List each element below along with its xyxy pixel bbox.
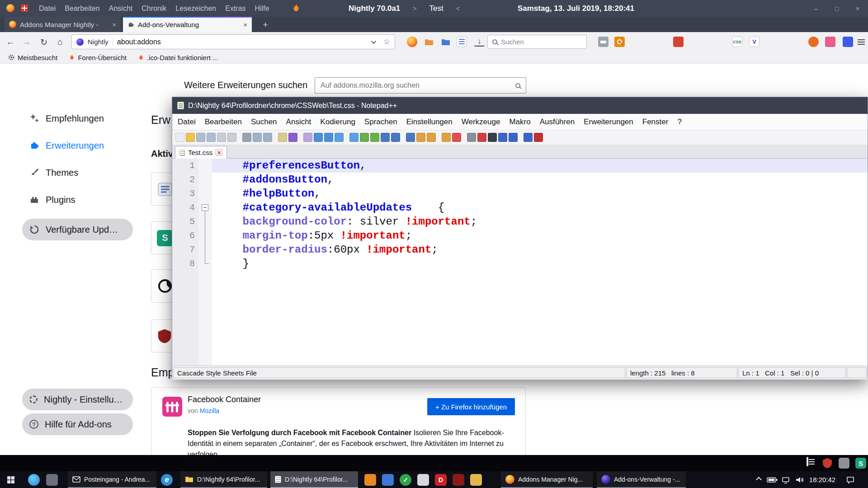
url-text[interactable]: about:addons: [117, 38, 367, 46]
network-icon[interactable]: [779, 471, 792, 488]
taskbar-blue-app-icon[interactable]: [382, 474, 394, 486]
action-center-icon[interactable]: [844, 471, 857, 488]
npp-editor[interactable]: 12345678 #preferencesButton, #addonsButt…: [172, 159, 868, 366]
notepadpp-window[interactable]: D:\Nightly 64\Profilordner\chrome\CSSWeb…: [172, 97, 868, 379]
bookmark-item[interactable]: Meistbesucht: [8, 54, 57, 61]
pdf-icon[interactable]: [452, 133, 461, 142]
flame-addon-icon[interactable]: [292, 4, 300, 13]
menu-chronik[interactable]: Chronik: [137, 5, 171, 13]
url-bar[interactable]: Nightly about:addons ☆: [71, 34, 395, 49]
print-icon[interactable]: [242, 133, 251, 142]
sidebar-item-plugins[interactable]: Plugins: [22, 189, 133, 211]
taskbar-button-firefox[interactable]: Addons Manager Nig...: [501, 471, 593, 488]
menu-lesezeichen[interactable]: Lesezeichen: [171, 5, 221, 13]
replace-icon[interactable]: [324, 133, 333, 142]
battery-icon[interactable]: [766, 471, 778, 488]
taskbar-button-explorer[interactable]: D:\Nightly 64\Profilor...: [180, 471, 267, 488]
tab-addons-verwaltung[interactable]: Add-ons-Verwaltung ×: [123, 17, 252, 32]
orange-addon-icon[interactable]: [808, 37, 819, 47]
tray-chevron-up-icon[interactable]: [753, 471, 764, 488]
find-icon[interactable]: [314, 133, 323, 142]
pink-brush-addon-icon[interactable]: [825, 37, 835, 47]
run-multi-icon[interactable]: [509, 133, 518, 142]
monitor-icon[interactable]: [467, 133, 476, 142]
reload-button[interactable]: ↻: [38, 36, 50, 48]
sidebar-item-verfuegbare-updates[interactable]: Verfügbare Upd…: [22, 219, 133, 240]
edge-icon[interactable]: e: [161, 474, 173, 486]
taskbar-d-app-icon[interactable]: D: [435, 474, 447, 486]
bookmark-item[interactable]: .ico-Datei funktioniert ...: [138, 54, 218, 61]
taskbar-button-mail[interactable]: Posteingang - Andrea...: [68, 471, 156, 488]
function-list-icon[interactable]: [427, 133, 436, 142]
hamburger-menu-icon[interactable]: [855, 36, 867, 48]
stop-macro-icon[interactable]: [488, 133, 497, 142]
save-all-icon[interactable]: [207, 133, 216, 142]
amo-search-input[interactable]: [321, 81, 512, 89]
sidebar-item-themes[interactable]: Themes: [22, 162, 133, 183]
back-button[interactable]: ←: [5, 36, 16, 48]
red-brush-addon-icon[interactable]: [673, 37, 684, 47]
paste-icon[interactable]: [278, 133, 287, 142]
sidebar-item-erweiterungen[interactable]: Erweiterungen: [22, 135, 133, 156]
taskbar-button-nightly[interactable]: Add-ons-Verwaltung -...: [597, 471, 686, 488]
sidebar-item-hilfe[interactable]: ? Hilfe für Add-ons: [22, 413, 133, 435]
npp-tab-close-icon[interactable]: ×: [216, 149, 222, 156]
urlbar-dropdown-icon[interactable]: [371, 38, 376, 43]
amo-search-box[interactable]: [315, 77, 526, 94]
npp-menu-fenster[interactable]: Fenster: [638, 117, 673, 127]
firefox-account-icon[interactable]: [407, 37, 417, 47]
spellcheck-abc-icon[interactable]: [534, 133, 543, 142]
sidebar-item-empfehlungen[interactable]: Empfehlungen: [22, 108, 133, 129]
zoom-out-icon[interactable]: [349, 133, 359, 142]
fold-collapse-icon[interactable]: [202, 204, 208, 211]
toolbar-search[interactable]: [487, 35, 587, 49]
npp-menu-werkzeuge[interactable]: Werkzeuge: [457, 117, 505, 127]
undo-icon[interactable]: [288, 133, 297, 142]
play-macro-icon[interactable]: [498, 133, 507, 142]
author-link[interactable]: Mozilla: [199, 407, 219, 414]
code-lines[interactable]: #preferencesButton, #addonsButton, #help…: [212, 159, 868, 366]
tab-close-icon[interactable]: ×: [243, 21, 247, 28]
npp-menu-ansicht[interactable]: Ansicht: [282, 117, 316, 127]
taskbar-darkred-app-icon[interactable]: [453, 474, 464, 486]
v-addon-icon[interactable]: V: [749, 37, 760, 47]
notepadpp-titlebar[interactable]: D:\Nightly 64\Profilordner\chrome\CSSWeb…: [172, 97, 868, 114]
volume-icon[interactable]: [793, 471, 806, 488]
orange-folder-icon[interactable]: [424, 37, 434, 47]
menu-ansicht[interactable]: Ansicht: [104, 5, 137, 13]
tab-addons-manager[interactable]: Addons Manager Nightly - ×: [5, 17, 121, 32]
search-input[interactable]: [501, 38, 582, 46]
close-button[interactable]: ×: [847, 0, 868, 17]
npp-menu-datei[interactable]: Datei: [173, 117, 200, 127]
close-all-icon[interactable]: [227, 133, 236, 142]
save-macro-icon[interactable]: [524, 133, 533, 142]
maximize-button[interactable]: □: [826, 0, 847, 17]
cut-icon[interactable]: [253, 133, 262, 142]
npp-menu-kodierung[interactable]: Kodierung: [316, 117, 360, 127]
indent-guide-icon[interactable]: [406, 133, 415, 142]
minimize-button[interactable]: –: [806, 0, 826, 17]
npp-tab-testcss[interactable]: Test.css ×: [175, 146, 227, 159]
open-file-icon[interactable]: [186, 133, 195, 142]
add-to-firefox-button[interactable]: + Zu Firefox hinzufügen: [427, 398, 515, 415]
npp-menu-einstellungen[interactable]: Einstellungen: [402, 117, 457, 127]
tab-close-icon[interactable]: ×: [112, 21, 116, 28]
table-addon-icon[interactable]: [21, 5, 28, 12]
printer-icon[interactable]: [598, 37, 609, 47]
bookmark-item[interactable]: Foren-Übersicht: [69, 54, 127, 61]
bookmark-star-icon[interactable]: ☆: [383, 37, 390, 47]
addon-title[interactable]: Facebook Container: [188, 395, 261, 404]
library-list-icon[interactable]: [457, 37, 467, 47]
start-button[interactable]: [0, 471, 22, 488]
sidebar-item-einstellungen[interactable]: Nightly - Einstellungen: [22, 389, 133, 410]
doc-map-icon[interactable]: [416, 133, 425, 142]
npp-menu-erweiterungen[interactable]: Erweiterungen: [579, 117, 638, 127]
npp-menu-sprachen[interactable]: Sprachen: [360, 117, 402, 127]
file-browser-icon[interactable]: [442, 133, 451, 142]
taskbar-pinned-icon-2[interactable]: [46, 474, 58, 486]
copy-icon[interactable]: [263, 133, 272, 142]
taskbar-green-check-icon[interactable]: ✓: [400, 474, 411, 486]
taskbar-pinned-icon-1[interactable]: [28, 474, 40, 486]
home-button[interactable]: ⌂: [54, 36, 66, 48]
download-icon[interactable]: ↓: [474, 37, 485, 47]
